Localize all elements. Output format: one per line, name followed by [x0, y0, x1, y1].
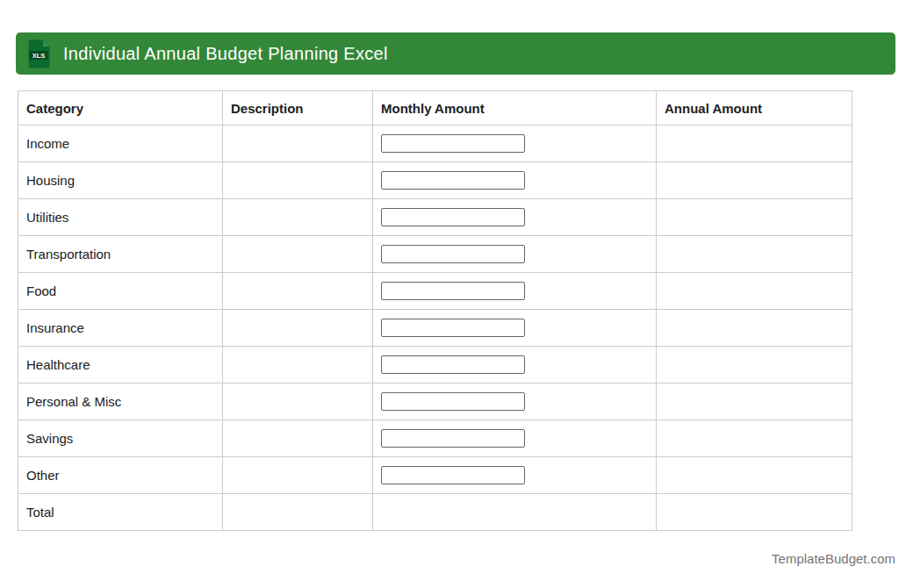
page-title: Individual Annual Budget Planning Excel — [63, 44, 388, 64]
xls-icon-label: XLS — [32, 51, 46, 59]
monthly-amount-cell — [373, 420, 657, 457]
table-row-other: Other — [18, 457, 852, 494]
description-cell — [223, 199, 373, 236]
monthly-amount-cell — [373, 236, 657, 273]
table-row-personal-misc: Personal & Misc — [18, 384, 852, 420]
table-row-healthcare: Healthcare — [18, 347, 852, 384]
monthly-amount-cell — [373, 347, 657, 384]
category-cell: Healthcare — [18, 347, 223, 384]
monthly-amount-cell — [373, 457, 657, 494]
monthly-amount-input[interactable] — [381, 466, 525, 484]
column-header-description: Description — [223, 91, 373, 125]
monthly-amount-input[interactable] — [381, 171, 525, 190]
monthly-amount-input[interactable] — [381, 245, 525, 263]
monthly-amount-cell — [373, 494, 657, 531]
description-cell — [223, 420, 373, 457]
monthly-amount-input[interactable] — [381, 282, 525, 300]
monthly-amount-input[interactable] — [381, 392, 525, 411]
annual-amount-cell — [657, 457, 852, 494]
monthly-amount-input[interactable] — [381, 208, 525, 226]
annual-amount-cell — [657, 236, 852, 273]
table-row-utilities: Utilities — [18, 199, 852, 236]
category-cell: Utilities — [18, 199, 223, 236]
header-bar: XLS Individual Annual Budget Planning Ex… — [16, 32, 895, 75]
column-header-category: Category — [18, 91, 223, 125]
table-header-row: Category Description Monthly Amount Annu… — [18, 91, 852, 125]
annual-amount-cell — [657, 125, 852, 162]
category-cell: Housing — [18, 162, 223, 199]
annual-amount-cell — [657, 162, 852, 199]
page: XLS Individual Annual Budget Planning Ex… — [0, 0, 913, 588]
annual-amount-cell — [657, 310, 852, 347]
table-row-total: Total — [18, 494, 852, 531]
footer-credit: TemplateBudget.com — [772, 551, 895, 566]
category-cell: Other — [18, 457, 223, 494]
table-row-insurance: Insurance — [18, 310, 852, 347]
monthly-amount-input[interactable] — [381, 319, 525, 337]
monthly-amount-cell — [373, 199, 657, 236]
category-cell: Transportation — [18, 236, 223, 273]
annual-amount-cell — [657, 494, 852, 531]
monthly-amount-cell — [373, 384, 657, 420]
annual-amount-cell — [657, 273, 852, 310]
category-cell: Income — [18, 125, 223, 162]
xls-file-icon: XLS — [28, 39, 50, 68]
table-row-savings: Savings — [18, 420, 852, 457]
description-cell — [223, 162, 373, 199]
description-cell — [223, 125, 373, 162]
budget-table: Category Description Monthly Amount Annu… — [18, 90, 852, 531]
description-cell — [223, 457, 373, 494]
category-cell: Total — [18, 494, 223, 531]
description-cell — [223, 494, 373, 531]
table-row-transportation: Transportation — [18, 236, 852, 273]
category-cell: Food — [18, 273, 223, 310]
description-cell — [223, 236, 373, 273]
category-cell: Insurance — [18, 310, 223, 347]
monthly-amount-input[interactable] — [381, 355, 525, 374]
column-header-annual-amount: Annual Amount — [657, 91, 852, 125]
table-row-housing: Housing — [18, 162, 852, 199]
column-header-monthly-amount: Monthly Amount — [373, 91, 657, 125]
description-cell — [223, 347, 373, 384]
description-cell — [223, 310, 373, 347]
table-row-food: Food — [18, 273, 852, 310]
monthly-amount-cell — [373, 162, 657, 199]
annual-amount-cell — [657, 384, 852, 420]
annual-amount-cell — [657, 199, 852, 236]
monthly-amount-cell — [373, 273, 657, 310]
monthly-amount-input[interactable] — [381, 429, 525, 448]
category-cell: Savings — [18, 420, 223, 457]
annual-amount-cell — [657, 347, 852, 384]
category-cell: Personal & Misc — [18, 384, 223, 420]
monthly-amount-cell — [373, 125, 657, 162]
monthly-amount-input[interactable] — [381, 134, 525, 153]
description-cell — [223, 384, 373, 420]
description-cell — [223, 273, 373, 310]
monthly-amount-cell — [373, 310, 657, 347]
annual-amount-cell — [657, 420, 852, 457]
table-row-income: Income — [18, 125, 852, 162]
